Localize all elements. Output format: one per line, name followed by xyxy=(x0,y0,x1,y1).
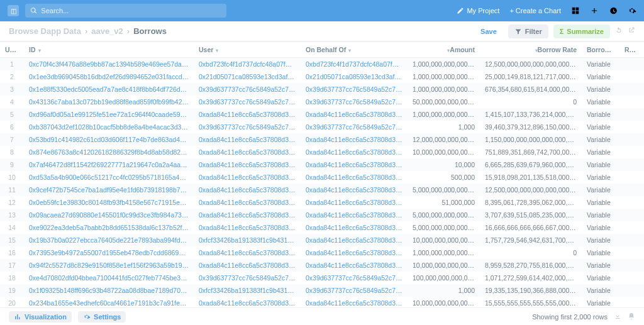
cell-behalf[interactable]: 0xada84c11e8cc6a5c37808d3b31b3b284809f70… xyxy=(301,297,408,308)
table-row[interactable]: 190x1f09325b148ff696c93b48722aa08d8bae71… xyxy=(0,284,644,297)
cell-behalf[interactable]: 0x21d05071ca08593e13cd3afd0b4869537e015c… xyxy=(301,70,408,83)
cell-behalf[interactable]: 0x39d637737cc76c5849a52c7d3b872a1eb22aa7… xyxy=(301,96,408,108)
cell-id[interactable]: 0x874e86763a8c412026182886329f8b4d8ab58d… xyxy=(24,146,194,158)
cell-user[interactable]: 0xada84c11e8cc6a5c37808d3b31b3b284809f70… xyxy=(194,133,301,146)
external-icon[interactable] xyxy=(628,26,635,36)
col-behalf[interactable]: On Behalf Of▾ xyxy=(301,42,408,57)
col-amount[interactable]: ▾Amount xyxy=(408,42,480,57)
table-row[interactable]: 10xc70f4c3f4476a88e9bb87ac1394b589e469ee… xyxy=(0,57,644,70)
app-logo[interactable]: ◫ xyxy=(8,5,19,16)
table-row[interactable]: 200x234ba1655e43edhefc60caf4661e7191b3c7… xyxy=(0,297,644,308)
cell-behalf[interactable]: 0x39d637737cc76c5849a52c7d3b872a1eb22aa7… xyxy=(301,121,408,133)
plus-icon[interactable] xyxy=(590,6,599,15)
history-icon[interactable] xyxy=(609,6,618,15)
crumb-mid[interactable]: aave_v2 xyxy=(91,26,123,36)
create-chart-button[interactable]: + Create a Chart xyxy=(509,7,561,14)
table-row[interactable]: 140xe9022ea3deb5a7babb2b8dd651538dal6c13… xyxy=(0,221,644,234)
cell-id[interactable]: 0xe9022ea3deb5a7babb2b8dd651538dal6c137b… xyxy=(24,221,194,234)
table-row[interactable]: 40x43136c7aba13c072bb19ed88f8ead859f0fb9… xyxy=(0,96,644,108)
cell-user[interactable]: 0xada84c11e8cc6a5c37808d3b31b3b284809f70… xyxy=(194,108,301,121)
cell-user[interactable]: 0x21d05071ca08593e13cd3afd0b4869537e015c… xyxy=(194,70,301,83)
table-row[interactable]: 30x1e88f5330edc5005ead7a7ae8c418f8bb64df… xyxy=(0,83,644,96)
table-row[interactable]: 20x1ee3db9690458b16dbd2ef26d9894652e031f… xyxy=(0,70,644,83)
table-row[interactable]: 170x94f2c5527d8c829e9150f858e1ef156f2963… xyxy=(0,259,644,272)
col-user[interactable]: User▾ xyxy=(194,42,301,57)
cell-id[interactable]: 0x1f09325b148ff696c93b48722aa08d8bae7189… xyxy=(24,284,194,297)
cell-id[interactable]: 0x1e88f5330edc5005ead7a7ae8c418f8bb64df7… xyxy=(24,83,194,96)
cell-user[interactable]: 0xada84c11e8cc6a5c37808d3b31b3b284809f70… xyxy=(194,297,301,308)
my-project-link[interactable]: My Project xyxy=(457,7,499,14)
gear-icon[interactable] xyxy=(628,6,636,15)
table-row[interactable]: 80x874e86763a8c412026182886329f8b4d8ab58… xyxy=(0,146,644,158)
refresh-icon[interactable] xyxy=(615,26,623,36)
table-row[interactable]: 90x7af46472d8f11542f269227771a219647c0a2… xyxy=(0,158,644,171)
download-icon[interactable] xyxy=(614,312,621,321)
cell-user[interactable]: 0xada84c11e8cc6a5c37808d3b31b3b284809f70… xyxy=(194,171,301,184)
col-borrow-rate[interactable]: ▾Borrow Rate xyxy=(480,42,582,57)
table-row[interactable]: 70x53bd91c414982c61cd03d606f117e4b7de863… xyxy=(0,133,644,146)
cell-id[interactable]: 0x9cef472b7545ce7ba1adf95e4e1fd6b7391819… xyxy=(24,184,194,196)
cell-user[interactable]: 0xfcf33426ba191383f1c9b431a342498d8ac734… xyxy=(194,284,301,297)
cell-behalf[interactable]: 0x39d637737cc76c5849a52c7d3b872a1eb22aa7… xyxy=(301,272,408,284)
cell-id[interactable]: 0xd96af0d05a1e99125fe51ee72a1c964f40caad… xyxy=(24,108,194,121)
settings-button[interactable]: Settings xyxy=(78,311,126,322)
cell-id[interactable]: 0x09acaea27d690880e145501f0c99d3ce3fb984… xyxy=(24,209,194,221)
visualization-button[interactable]: Visualization xyxy=(9,311,72,322)
table-row[interactable]: 60xb387043d2ef1028b10cacf5bb8de8a4be4aca… xyxy=(0,121,644,133)
cell-id[interactable]: 0x94f2c5527d8c829e9150f858e1ef156f2963a5… xyxy=(24,259,194,272)
bell-icon[interactable] xyxy=(628,312,635,321)
cell-behalf[interactable]: 0xada84c11e8cc6a5c37808d3b31b3b284809f70… xyxy=(301,196,408,209)
cell-user[interactable]: 0xada84c11e8cc6a5c37808d3b31b3b284809f70… xyxy=(194,221,301,234)
table-row[interactable]: 100xd53a5a4b900e066c51217cc4fc0295b57181… xyxy=(0,171,644,184)
cell-behalf[interactable]: 0xada84c11e8cc6a5c37808d3b31b3b284809f70… xyxy=(301,108,408,121)
cell-user[interactable]: 0x39d637737cc76c5849a52c7d3b872a1eb22aa7… xyxy=(194,96,301,108)
grid-icon[interactable] xyxy=(571,6,580,15)
cell-user[interactable]: 0xada84c11e8cc6a5c37808d3b31b3b284809f70… xyxy=(194,246,301,259)
table-row[interactable]: 160x73953e9b4972a55007d1955eb478edb7cdd6… xyxy=(0,246,644,259)
cell-user[interactable]: 0xada84c11e8cc6a5c37808d3b31b3b284809f70… xyxy=(194,259,301,272)
col-borrow-rate-mode[interactable]: Borrow Rate Mode xyxy=(582,42,619,57)
crumb-leaf[interactable]: Borrows xyxy=(133,26,167,36)
cell-id[interactable]: 0x0eb59fc1e39830c80148fb93fb4158e567c719… xyxy=(24,196,194,209)
cell-behalf[interactable]: 0x39d637737cc76c5849a52c7d3b872a1eb22aa7… xyxy=(301,284,408,297)
cell-id[interactable]: 0x43136c7aba13c072bb19ed88f8ead859f0fb99… xyxy=(24,96,194,108)
summarize-button[interactable]: Σ Summarize xyxy=(553,25,610,38)
cell-behalf[interactable]: 0xbd723fc4f1d737dcfc48a07fe733676d34cad5… xyxy=(301,57,408,70)
table-row[interactable]: 110x9cef472b7545ce7ba1adf95e4e1fd6b73918… xyxy=(0,184,644,196)
cell-id[interactable]: 0x234ba1655e43edhefc60caf4661e7191b3c7a9… xyxy=(24,297,194,308)
cell-behalf[interactable]: 0xada84c11e8cc6a5c37808d3b31b3b284809f70… xyxy=(301,146,408,158)
cell-behalf[interactable]: 0xada84c11e8cc6a5c37808d3b31b3b284809f70… xyxy=(301,158,408,171)
cell-user[interactable]: 0x39d637737cc76c5849a52c7d3b872a1eb22aa7… xyxy=(194,121,301,133)
cell-user[interactable]: 0xada84c11e8cc6a5c37808d3b31b3b284809f70… xyxy=(194,209,301,221)
table-row[interactable]: 150x19b37b0a0227ebcca76405de221e7893aba9… xyxy=(0,234,644,246)
cell-behalf[interactable]: 0xada84c11e8cc6a5c37808d3b31b3b284809f70… xyxy=(301,133,408,146)
cell-behalf[interactable]: 0xada84c11e8cc6a5c37808d3b31b3b284809f70… xyxy=(301,246,408,259)
cell-id[interactable]: 0x19b37b0a0227ebcca76405de221e7893aba994… xyxy=(24,234,194,246)
cell-id[interactable]: 0x7af46472d8f11542f269227771a219647c0a2a… xyxy=(24,158,194,171)
table-row[interactable]: 120x0eb59fc1e39830c80148fb93fb4158e567c7… xyxy=(0,196,644,209)
cell-behalf[interactable]: 0xada84c11e8cc6a5c37808d3b31b3b284809f70… xyxy=(301,209,408,221)
cell-behalf[interactable]: 0xada84c11e8cc6a5c37808d3b31b3b284809f70… xyxy=(301,234,408,246)
cell-id[interactable]: 0x1ee3db9690458b16dbd2ef26d9894652e031fa… xyxy=(24,70,194,83)
col-id[interactable]: ID▾ xyxy=(24,42,194,57)
cell-user[interactable]: 0xbd723fc4f1d737dcfc48a07fe733676d34cad5… xyxy=(194,57,301,70)
search-input[interactable] xyxy=(41,7,221,14)
search-box[interactable] xyxy=(25,4,226,18)
cell-behalf[interactable]: 0xada84c11e8cc6a5c37808d3b31b3b284809f70… xyxy=(301,184,408,196)
table-row[interactable]: 50xd96af0d05a1e99125fe51ee72a1c964f40caa… xyxy=(0,108,644,121)
save-button[interactable]: Save xyxy=(474,25,503,38)
cell-behalf[interactable]: 0xada84c11e8cc6a5c37808d3b31b3b284809f70… xyxy=(301,221,408,234)
cell-behalf[interactable]: 0x39d637737cc76c5849a52c7d3b872a1eb22aa7… xyxy=(301,83,408,96)
cell-id[interactable]: 0xd53a5a4b900e066c51217cc4fc0295b5718165… xyxy=(24,171,194,184)
cell-user[interactable]: 0xfcf33426ba191383f1c9b431a342498d8ac734… xyxy=(194,234,301,246)
cell-user[interactable]: 0x39d637737cc76c5849a52c7d3b872a1eb22aa7… xyxy=(194,83,301,96)
cell-id[interactable]: 0xb387043d2ef1028b10cacf5bb8de8a4be4acac… xyxy=(24,121,194,133)
cell-id[interactable]: 0x73953e9b4972a55007d1955eb478edb7cdd686… xyxy=(24,246,194,259)
table-row[interactable]: 130x09acaea27d690880e145501f0c99d3ce3fb9… xyxy=(0,209,644,221)
cell-id[interactable]: 0xc70f4c3f4476a88e9bb87ac1394b589e469ee5… xyxy=(24,57,194,70)
cell-behalf[interactable]: 0xada84c11e8cc6a5c37808d3b31b3b284809f70… xyxy=(301,171,408,184)
col-referral[interactable]: Re Ferra xyxy=(619,42,644,57)
cell-id[interactable]: 0x53bd91c414982c61cd03d606f117e4b7de863a… xyxy=(24,133,194,146)
cell-id[interactable]: 0xe4d70802dfd04bbea7100441fd5c027feb7745… xyxy=(24,272,194,284)
table-row[interactable]: 180xe4d70802dfd04bbea7100441fd5c027feb77… xyxy=(0,272,644,284)
